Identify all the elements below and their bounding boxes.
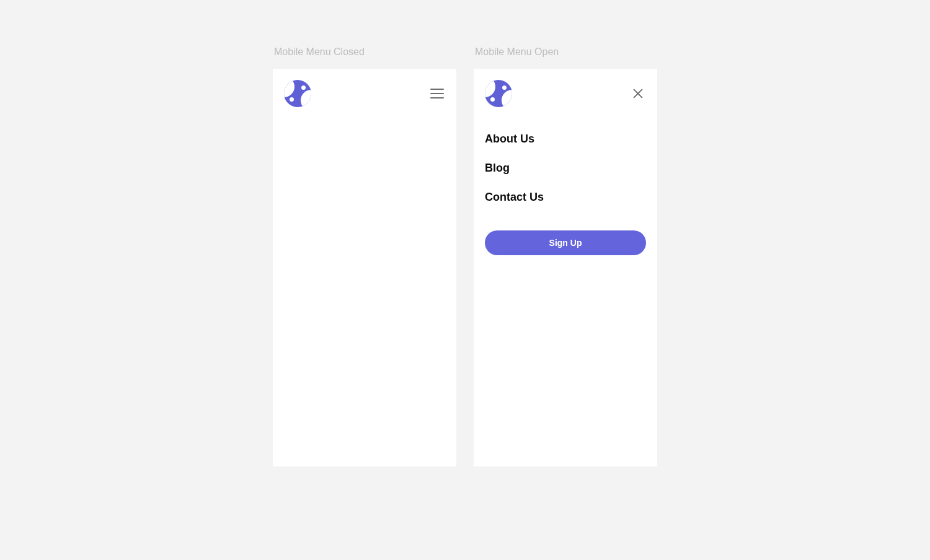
- device-open: About Us Blog Contact Us Sign Up: [474, 69, 657, 466]
- close-icon: [632, 88, 644, 99]
- menu-item-about-us[interactable]: About Us: [485, 125, 646, 154]
- header-open: [485, 80, 646, 107]
- panel-closed: Mobile Menu Closed: [273, 46, 456, 560]
- panel-open: Mobile Menu Open About Us Blog Contact U…: [474, 46, 657, 560]
- sign-up-button[interactable]: Sign Up: [485, 230, 646, 255]
- header-closed: [284, 80, 445, 107]
- menu-item-blog[interactable]: Blog: [485, 154, 646, 183]
- open-menu-button[interactable]: [429, 85, 445, 102]
- close-menu-button[interactable]: [630, 85, 646, 102]
- device-closed: [273, 69, 456, 466]
- logo-icon[interactable]: [485, 80, 512, 107]
- panel-closed-label: Mobile Menu Closed: [273, 46, 456, 58]
- logo-icon[interactable]: [284, 80, 311, 107]
- panel-open-label: Mobile Menu Open: [474, 46, 657, 58]
- menu-item-contact-us[interactable]: Contact Us: [485, 183, 646, 212]
- hamburger-icon: [430, 89, 444, 98]
- mobile-menu: About Us Blog Contact Us Sign Up: [485, 107, 646, 255]
